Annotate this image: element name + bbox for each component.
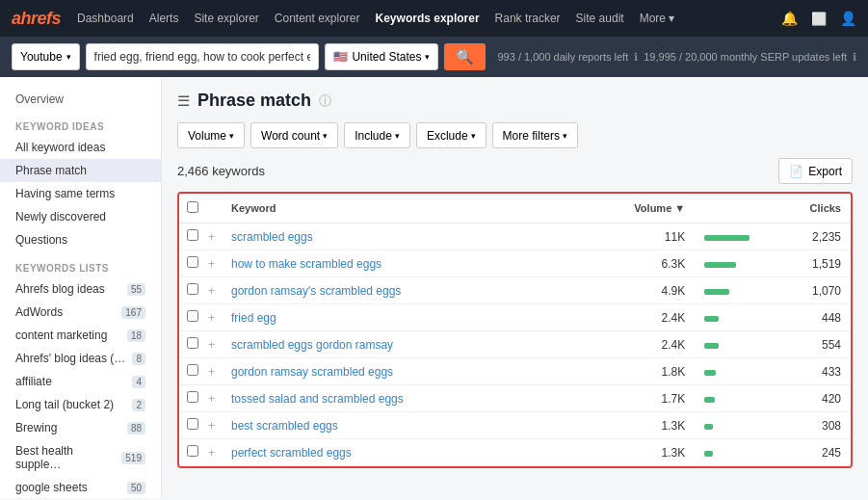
row-checkbox[interactable] xyxy=(187,364,198,376)
sidebar: Overview KEYWORD IDEAS All keyword ideas… xyxy=(0,77,162,498)
add-keyword-button[interactable]: + xyxy=(206,358,222,385)
add-keyword-button[interactable]: + xyxy=(206,412,222,439)
nav-site-audit[interactable]: Site audit xyxy=(569,6,631,31)
keyword-link[interactable]: how to make scrambled eggs xyxy=(231,257,381,271)
country-label: United States xyxy=(352,50,421,64)
row-checkbox-cell[interactable] xyxy=(179,439,206,466)
export-button[interactable]: 📄 Export xyxy=(778,158,853,184)
word-count-filter-button[interactable]: Word count ▾ xyxy=(250,122,338,148)
search-button[interactable]: 🔍 xyxy=(444,43,486,70)
stats2-info-icon[interactable]: ℹ xyxy=(853,51,856,64)
plus-header xyxy=(206,194,222,224)
row-checkbox[interactable] xyxy=(187,337,198,349)
row-checkbox-cell[interactable] xyxy=(179,358,206,385)
sidebar-item-content-marketing[interactable]: content marketing 18 xyxy=(0,324,161,347)
notification-icon[interactable]: 🔔 xyxy=(781,11,798,26)
table-row: + fried egg 2.4K 448 xyxy=(179,304,851,331)
info-icon[interactable]: ⓘ xyxy=(319,92,331,110)
add-keyword-button[interactable]: + xyxy=(206,385,222,412)
row-checkbox[interactable] xyxy=(187,391,198,403)
country-dropdown[interactable]: 🇺🇸 United States ▾ xyxy=(325,43,438,70)
row-checkbox-cell[interactable] xyxy=(179,277,206,304)
add-keyword-button[interactable]: + xyxy=(206,304,222,331)
more-filters-chevron-icon: ▾ xyxy=(563,131,567,141)
add-keyword-button[interactable]: + xyxy=(206,224,222,250)
row-checkbox-cell[interactable] xyxy=(179,250,206,277)
nav-dashboard[interactable]: Dashboard xyxy=(70,6,141,31)
row-checkbox[interactable] xyxy=(187,229,198,241)
clicks-cell: 1,519 xyxy=(759,250,851,277)
user-icon[interactable]: 👤 xyxy=(840,11,856,26)
add-keyword-button[interactable]: + xyxy=(206,250,222,277)
keyword-link[interactable]: fried egg xyxy=(231,311,276,325)
row-checkbox[interactable] xyxy=(187,256,198,268)
more-filters-button[interactable]: More filters ▾ xyxy=(492,122,578,148)
stats1-info-icon[interactable]: ℹ xyxy=(634,51,638,64)
keyword-link[interactable]: scrambled eggs xyxy=(231,230,313,244)
sidebar-item-ahrefs-blog-ideas[interactable]: Ahrefs blog ideas 55 xyxy=(0,277,161,301)
keyword-link[interactable]: scrambled eggs gordon ramsay xyxy=(231,338,393,352)
clicks-cell: 420 xyxy=(759,385,851,412)
exclude-filter-button[interactable]: Exclude ▾ xyxy=(416,122,487,148)
bar-cell xyxy=(695,304,759,331)
table-container: Keyword Volume ▼ Clicks + scrambled eggs… xyxy=(177,192,853,468)
sidebar-item-brewing[interactable]: Brewing 88 xyxy=(0,416,161,439)
row-checkbox[interactable] xyxy=(187,310,198,322)
sidebar-item-having-same-terms[interactable]: Having same terms xyxy=(0,182,161,205)
keyword-ideas-section-title: KEYWORD IDEAS xyxy=(0,112,161,136)
nav-content-explorer[interactable]: Content explorer xyxy=(268,6,367,31)
bar-cell xyxy=(695,224,759,250)
add-keyword-button[interactable]: + xyxy=(206,277,222,304)
source-dropdown[interactable]: Youtube ▾ xyxy=(12,43,80,70)
keyword-link[interactable]: gordon ramsay scrambled eggs xyxy=(231,365,393,379)
select-all-checkbox[interactable] xyxy=(187,201,198,213)
keyword-cell: perfect scrambled eggs xyxy=(222,439,567,466)
top-nav: ahrefs Dashboard Alerts Site explorer Co… xyxy=(0,0,868,37)
keyword-link[interactable]: perfect scrambled eggs xyxy=(231,446,352,460)
volume-column-header[interactable]: Volume ▼ xyxy=(567,194,695,224)
keyword-column-header[interactable]: Keyword xyxy=(222,194,567,224)
page-title: Phrase match xyxy=(197,91,311,111)
row-checkbox-cell[interactable] xyxy=(179,224,206,250)
row-checkbox[interactable] xyxy=(187,283,198,295)
keyword-cell: how to make scrambled eggs xyxy=(222,250,567,277)
row-checkbox-cell[interactable] xyxy=(179,385,206,412)
sidebar-item-newly-discovered[interactable]: Newly discovered xyxy=(0,205,161,228)
keyword-link[interactable]: gordon ramsay's scrambled eggs xyxy=(231,284,401,298)
nav-site-explorer[interactable]: Site explorer xyxy=(187,6,265,31)
sidebar-item-ahrefs-blog-ideas2[interactable]: Ahrefs' blog ideas (… 8 xyxy=(0,347,161,370)
clicks-column-header[interactable]: Clicks xyxy=(759,194,851,224)
add-keyword-button[interactable]: + xyxy=(206,331,222,358)
add-keyword-button[interactable]: + xyxy=(206,439,222,466)
sidebar-item-affiliate[interactable]: affiliate 4 xyxy=(0,370,161,393)
include-filter-button[interactable]: Include ▾ xyxy=(344,122,410,148)
volume-filter-button[interactable]: Volume ▾ xyxy=(177,122,245,148)
sidebar-item-google-sheets[interactable]: google sheets 50 xyxy=(0,476,161,498)
sidebar-item-long-tail[interactable]: Long tail (bucket 2) 2 xyxy=(0,393,161,416)
main-layout: Overview KEYWORD IDEAS All keyword ideas… xyxy=(0,77,868,498)
row-checkbox-cell[interactable] xyxy=(179,331,206,358)
sidebar-item-all-keyword-ideas[interactable]: All keyword ideas xyxy=(0,136,161,159)
row-checkbox-cell[interactable] xyxy=(179,304,206,331)
nav-rank-tracker[interactable]: Rank tracker xyxy=(488,6,567,31)
row-checkbox[interactable] xyxy=(187,418,198,430)
keyword-link[interactable]: best scrambled eggs xyxy=(231,419,338,433)
monitor-icon[interactable]: ⬜ xyxy=(811,12,827,26)
keyword-link[interactable]: tossed salad and scrambled eggs xyxy=(231,392,404,406)
sidebar-item-phrase-match[interactable]: Phrase match xyxy=(0,159,161,182)
bar-cell xyxy=(695,331,759,358)
row-checkbox[interactable] xyxy=(187,445,198,457)
search-input[interactable] xyxy=(86,43,320,70)
row-checkbox-cell[interactable] xyxy=(179,412,206,439)
nav-more[interactable]: More ▾ xyxy=(633,6,682,31)
sidebar-item-questions[interactable]: Questions xyxy=(0,228,161,251)
sidebar-item-adwords[interactable]: AdWords 167 xyxy=(0,301,161,324)
nav-alerts[interactable]: Alerts xyxy=(143,6,186,31)
hamburger-icon[interactable]: ☰ xyxy=(177,92,190,110)
sidebar-item-best-health[interactable]: Best health supple… 519 xyxy=(0,439,161,476)
bar-cell xyxy=(695,358,759,385)
sidebar-overview[interactable]: Overview xyxy=(0,87,161,112)
source-chevron-icon: ▾ xyxy=(66,52,71,62)
checkbox-header[interactable] xyxy=(179,194,206,224)
nav-keywords-explorer[interactable]: Keywords explorer xyxy=(369,6,487,31)
